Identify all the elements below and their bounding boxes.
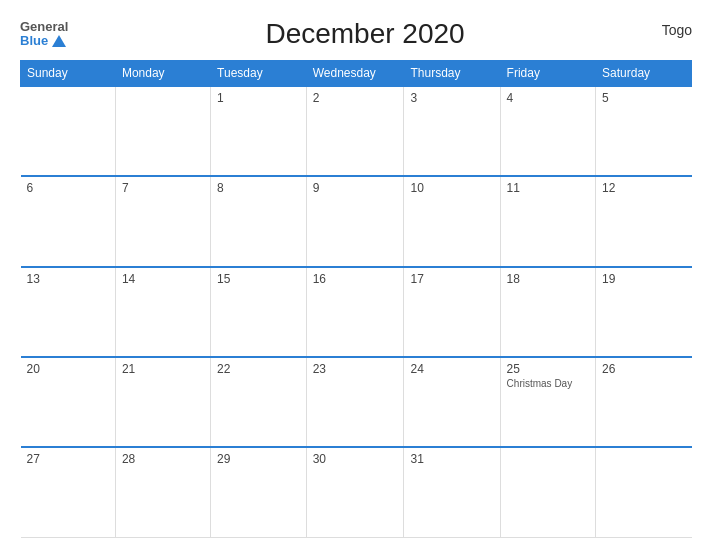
day-cell: 29 (211, 447, 307, 537)
day-cell: 25Christmas Day (500, 357, 595, 447)
day-cell: 27 (21, 447, 116, 537)
day-header-row: Sunday Monday Tuesday Wednesday Thursday… (21, 61, 692, 87)
day-number: 6 (27, 181, 109, 195)
day-number: 14 (122, 272, 204, 286)
day-number: 13 (27, 272, 109, 286)
calendar-body: 1234567891011121314151617181920212223242… (21, 86, 692, 538)
header-tuesday: Tuesday (211, 61, 307, 87)
day-number: 22 (217, 362, 300, 376)
day-number: 8 (217, 181, 300, 195)
week-row: 13141516171819 (21, 267, 692, 357)
week-row: 6789101112 (21, 176, 692, 266)
day-cell: 12 (596, 176, 692, 266)
day-cell: 9 (306, 176, 404, 266)
day-cell: 6 (21, 176, 116, 266)
week-row: 2728293031 (21, 447, 692, 537)
day-number: 20 (27, 362, 109, 376)
calendar-table: Sunday Monday Tuesday Wednesday Thursday… (20, 60, 692, 538)
day-cell: 23 (306, 357, 404, 447)
day-number: 27 (27, 452, 109, 466)
day-cell: 16 (306, 267, 404, 357)
day-cell: 4 (500, 86, 595, 176)
day-cell: 28 (115, 447, 210, 537)
day-cell: 10 (404, 176, 500, 266)
logo-triangle-icon (52, 35, 66, 47)
calendar-page: General Blue December 2020 Togo Sunday M… (0, 0, 712, 550)
day-cell: 3 (404, 86, 500, 176)
country-label: Togo (662, 22, 692, 38)
day-number: 7 (122, 181, 204, 195)
logo-general-text: General (20, 20, 68, 34)
day-number: 1 (217, 91, 300, 105)
holiday-label: Christmas Day (507, 378, 589, 389)
day-number: 11 (507, 181, 589, 195)
day-cell: 14 (115, 267, 210, 357)
day-cell: 15 (211, 267, 307, 357)
day-cell: 26 (596, 357, 692, 447)
day-cell: 2 (306, 86, 404, 176)
day-number: 17 (410, 272, 493, 286)
day-number: 30 (313, 452, 398, 466)
day-number: 9 (313, 181, 398, 195)
day-cell: 17 (404, 267, 500, 357)
day-cell: 5 (596, 86, 692, 176)
day-number: 25 (507, 362, 589, 376)
day-cell: 1 (211, 86, 307, 176)
day-number: 12 (602, 181, 685, 195)
day-number: 23 (313, 362, 398, 376)
header-saturday: Saturday (596, 61, 692, 87)
header-monday: Monday (115, 61, 210, 87)
day-cell: 30 (306, 447, 404, 537)
logo-blue-text: Blue (20, 34, 66, 48)
day-cell (500, 447, 595, 537)
day-number: 10 (410, 181, 493, 195)
day-number: 19 (602, 272, 685, 286)
day-number: 29 (217, 452, 300, 466)
header-wednesday: Wednesday (306, 61, 404, 87)
day-cell: 13 (21, 267, 116, 357)
header-thursday: Thursday (404, 61, 500, 87)
day-number: 18 (507, 272, 589, 286)
day-cell: 20 (21, 357, 116, 447)
day-cell: 11 (500, 176, 595, 266)
week-row: 202122232425Christmas Day26 (21, 357, 692, 447)
calendar-title: December 2020 (68, 18, 661, 50)
day-number: 28 (122, 452, 204, 466)
day-cell: 18 (500, 267, 595, 357)
day-cell: 22 (211, 357, 307, 447)
day-cell: 21 (115, 357, 210, 447)
day-cell: 8 (211, 176, 307, 266)
day-number: 15 (217, 272, 300, 286)
day-number: 21 (122, 362, 204, 376)
day-cell (21, 86, 116, 176)
day-cell: 31 (404, 447, 500, 537)
day-cell (596, 447, 692, 537)
day-number: 4 (507, 91, 589, 105)
week-row: 12345 (21, 86, 692, 176)
day-cell: 19 (596, 267, 692, 357)
day-number: 3 (410, 91, 493, 105)
day-number: 5 (602, 91, 685, 105)
day-cell: 24 (404, 357, 500, 447)
header-friday: Friday (500, 61, 595, 87)
logo: General Blue (20, 20, 68, 49)
day-number: 16 (313, 272, 398, 286)
day-number: 31 (410, 452, 493, 466)
day-cell: 7 (115, 176, 210, 266)
day-number: 24 (410, 362, 493, 376)
day-number: 26 (602, 362, 685, 376)
header: General Blue December 2020 Togo (20, 18, 692, 50)
day-cell (115, 86, 210, 176)
header-sunday: Sunday (21, 61, 116, 87)
day-number: 2 (313, 91, 398, 105)
